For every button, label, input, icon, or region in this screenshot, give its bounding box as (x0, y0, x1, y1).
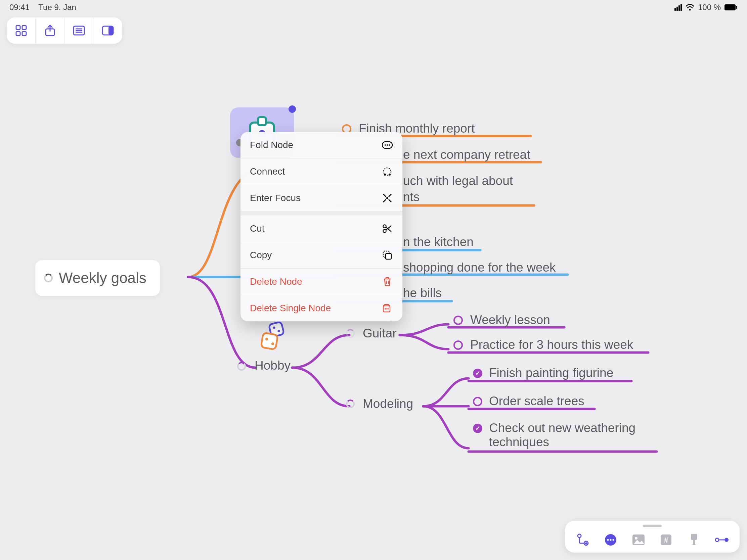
svg-point-42 (612, 539, 614, 540)
dashed-square-icon (382, 249, 393, 261)
menu-label: Delete Single Node (250, 303, 331, 314)
svg-point-36 (385, 308, 386, 310)
menu-delete-node[interactable]: Delete Node (240, 269, 403, 295)
svg-point-22 (272, 342, 274, 345)
task-label[interactable]: Practice for 3 hours this week (470, 338, 633, 352)
svg-point-44 (635, 537, 638, 539)
tag-icon: # (660, 533, 672, 546)
menu-enter-focus[interactable]: Enter Focus (240, 185, 403, 212)
svg-point-28 (384, 174, 386, 176)
root-label: Weekly goals (59, 270, 147, 286)
svg-point-19 (278, 330, 280, 332)
node-hobby-label[interactable]: Hobby (255, 358, 290, 373)
style-icon (688, 533, 700, 546)
dice-icon (259, 322, 287, 352)
svg-point-41 (610, 539, 611, 540)
tag-button[interactable]: # (658, 532, 674, 548)
progress-icon (346, 329, 355, 338)
more-button[interactable] (602, 532, 619, 548)
connect-button[interactable] (714, 532, 730, 548)
svg-point-21 (265, 338, 268, 341)
task-label[interactable]: Check out new weathering techniques (489, 421, 657, 450)
task-bullet[interactable] (473, 397, 482, 406)
task-bullet[interactable] (454, 341, 463, 350)
bottom-toolbar: # (565, 521, 740, 553)
task-label[interactable]: nts (403, 190, 419, 205)
svg-rect-20 (261, 333, 278, 350)
svg-point-37 (578, 534, 581, 537)
node-modeling-label[interactable]: Modeling (363, 397, 413, 411)
svg-point-18 (273, 327, 276, 329)
task-label[interactable]: Weekly lesson (470, 313, 550, 328)
svg-point-49 (716, 538, 719, 541)
trash-icon (382, 276, 393, 287)
task-bullet[interactable] (454, 316, 463, 325)
task-label[interactable]: he bills (403, 286, 442, 301)
task-bullet-done[interactable] (473, 369, 482, 378)
svg-rect-48 (693, 540, 695, 544)
task-label[interactable]: Order scale trees (489, 394, 585, 409)
task-label[interactable]: shopping done for the week (403, 261, 556, 275)
root-node[interactable]: Weekly goals (35, 260, 160, 296)
progress-icon (237, 362, 246, 371)
ellipsis-box-icon (382, 139, 393, 151)
svg-rect-15 (258, 117, 266, 125)
add-child-button[interactable] (575, 532, 591, 548)
svg-point-24 (385, 144, 386, 146)
menu-label: Connect (250, 166, 285, 177)
style-button[interactable] (686, 532, 702, 548)
progress-icon (44, 274, 53, 282)
menu-cut[interactable]: Cut (240, 216, 403, 242)
svg-point-29 (389, 174, 391, 176)
task-label[interactable]: n the kitchen (403, 235, 473, 250)
task-label[interactable]: Finish painting figurine (489, 366, 613, 381)
context-menu: Fold Node Connect Enter Focus Cut Copy (240, 132, 403, 321)
svg-rect-34 (386, 254, 391, 259)
menu-label: Cut (250, 223, 265, 234)
menu-fold-node[interactable]: Fold Node (240, 132, 403, 158)
menu-label: Delete Node (250, 276, 302, 287)
more-icon (604, 533, 617, 546)
menu-delete-single-node[interactable]: Delete Single Node (240, 295, 403, 321)
scissors-icon (382, 223, 393, 234)
task-label[interactable]: uch with legal about (403, 174, 513, 189)
connect-icon (715, 535, 729, 544)
svg-rect-47 (691, 534, 697, 540)
svg-point-50 (724, 538, 728, 542)
image-button[interactable] (630, 532, 647, 548)
menu-label: Fold Node (250, 140, 293, 151)
svg-point-30 (386, 197, 388, 199)
menu-copy[interactable]: Copy (240, 242, 403, 269)
svg-point-25 (387, 144, 388, 146)
node-guitar-label[interactable]: Guitar (363, 326, 397, 341)
progress-icon (346, 400, 355, 408)
task-label[interactable]: e next company retreat (403, 148, 530, 162)
menu-label: Copy (250, 250, 272, 261)
menu-label: Enter Focus (250, 193, 301, 204)
svg-point-40 (607, 539, 609, 540)
drag-handle[interactable] (643, 525, 662, 527)
selection-handle[interactable] (288, 105, 296, 113)
add-child-icon (576, 533, 590, 546)
task-bullet-done[interactable] (473, 424, 482, 433)
trash-node-icon (382, 302, 393, 314)
svg-text:#: # (664, 536, 668, 544)
mindmap-canvas[interactable]: Weekly goals Finish monthly report e nex… (0, 0, 747, 560)
dashed-circle-icon (382, 166, 393, 177)
menu-connect[interactable]: Connect (240, 158, 403, 185)
menu-separator (240, 212, 403, 216)
svg-point-26 (389, 144, 390, 146)
image-icon (632, 534, 645, 546)
focus-arrows-icon (382, 192, 393, 204)
